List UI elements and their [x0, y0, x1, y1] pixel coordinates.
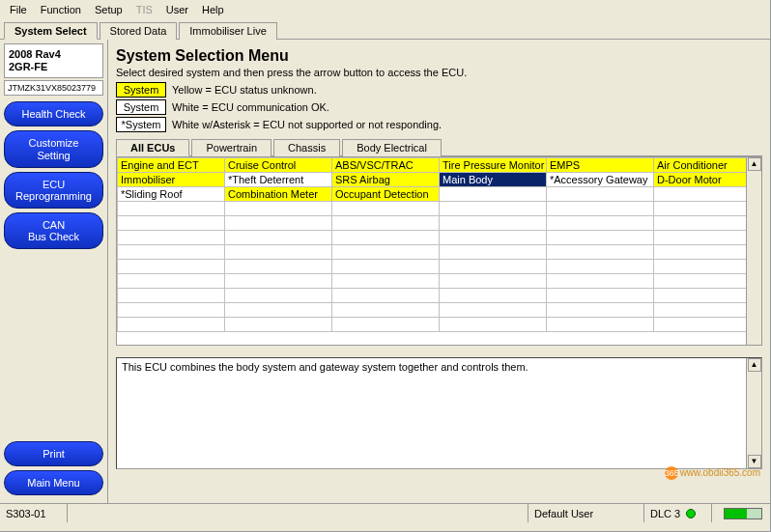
subtab-powertrain[interactable]: Powertrain: [191, 139, 271, 156]
ecu-cell-empty: [332, 260, 440, 274]
ecu-cell-empty: [118, 245, 225, 260]
ecu-cell[interactable]: Occupant Detection: [332, 187, 440, 202]
ecu-cell: [440, 187, 547, 202]
legend-text: Yellow = ECU status unknown.: [172, 84, 317, 96]
legend-row: SystemWhite = ECU communication OK.: [116, 99, 762, 115]
ecu-info-text: This ECU combines the body system and ga…: [122, 361, 528, 373]
ecu-cell-empty: [118, 303, 225, 318]
ecu-cell[interactable]: *Sliding Roof: [118, 187, 225, 202]
ecu-cell[interactable]: Cruise Control: [225, 158, 332, 173]
ecu-cell-empty: [332, 231, 440, 245]
ecu-cell-empty: [118, 216, 225, 231]
legend-text: White = ECU communication OK.: [172, 101, 329, 113]
subtab-all-ecus[interactable]: All ECUs: [116, 139, 189, 156]
ecu-grid-wrap: Engine and ECTCruise ControlABS/VSC/TRAC…: [116, 156, 762, 346]
ecu-cell-empty: [440, 274, 547, 289]
sidebar: 2008 Rav4 2GR-FE JTMZK31VX85023779 Healt…: [0, 40, 108, 503]
legend-swatch: System: [116, 99, 166, 115]
page-title: System Selection Menu: [116, 47, 762, 65]
ecu-cell-empty: [118, 260, 225, 274]
ecu-cell-empty: [118, 231, 225, 245]
menu-setup[interactable]: Setup: [89, 2, 128, 17]
ecu-cell-empty: [654, 303, 761, 318]
ecu-cell-empty: [547, 289, 654, 303]
subtab-chassis[interactable]: Chassis: [273, 139, 340, 156]
ecu-cell[interactable]: Main Body: [440, 173, 547, 187]
ecu-cell[interactable]: Tire Pressure Monitor: [440, 158, 547, 173]
menu-function[interactable]: Function: [35, 2, 87, 17]
ecu-cell-empty: [225, 202, 332, 216]
ecu-cell-empty: [118, 289, 225, 303]
ecu-cell-empty: [654, 245, 761, 260]
legend-text: White w/Asterisk = ECU not supported or …: [172, 119, 442, 130]
ecu-cell-empty: [118, 202, 225, 216]
ecu-cell-empty: [440, 202, 547, 216]
ecu-cell[interactable]: ABS/VSC/TRAC: [332, 158, 440, 173]
menubar: FileFunctionSetupTISUserHelp: [0, 0, 770, 19]
ecu-cell-empty: [225, 231, 332, 245]
menu-file[interactable]: File: [4, 2, 33, 17]
ecu-cell[interactable]: Combination Meter: [225, 187, 332, 202]
status-code: S303-01: [0, 504, 68, 522]
status-dlc: DLC 3: [644, 504, 712, 522]
info-scrollbar[interactable]: ▲ ▼: [746, 358, 761, 468]
ecu-cell-empty: [225, 303, 332, 318]
ecu-cell-empty: [547, 202, 654, 216]
ecu-cell[interactable]: Engine and ECT: [118, 158, 225, 173]
ecu-cell-empty: [440, 260, 547, 274]
ecu-cell-empty: [654, 289, 761, 303]
ecu-cell-empty: [118, 318, 225, 332]
legend-row: *SystemWhite w/Asterisk = ECU not suppor…: [116, 117, 762, 132]
menu-user[interactable]: User: [160, 2, 194, 17]
side-btn-health-check[interactable]: Health Check: [4, 101, 103, 126]
ecu-cell[interactable]: EMPS: [547, 158, 654, 173]
ecu-cell-empty: [225, 245, 332, 260]
ecu-cell-empty: [225, 274, 332, 289]
ecu-cell-empty: [225, 216, 332, 231]
legend-row: SystemYellow = ECU status unknown.: [116, 82, 762, 98]
grid-scrollbar[interactable]: ▲: [746, 157, 761, 345]
menu-tis: TIS: [130, 2, 158, 17]
tab-stored-data[interactable]: Stored Data: [100, 22, 178, 40]
ecu-cell[interactable]: Immobiliser: [118, 173, 225, 187]
legend-swatch: *System: [116, 117, 166, 132]
ecu-cell-empty: [547, 231, 654, 245]
ecu-cell[interactable]: *Accessory Gateway: [547, 173, 654, 187]
status-dlc-label: DLC 3: [650, 508, 680, 519]
tab-immobiliser-live[interactable]: Immobiliser Live: [179, 22, 276, 40]
tab-system-select[interactable]: System Select: [4, 22, 98, 40]
side-btn-print[interactable]: Print: [4, 441, 103, 466]
scroll-up-icon[interactable]: ▲: [748, 157, 761, 171]
ecu-cell-empty: [332, 245, 440, 260]
top-tabs: System SelectStored DataImmobiliser Live: [0, 19, 770, 40]
ecu-cell[interactable]: SRS Airbag: [332, 173, 440, 187]
connection-led-icon: [686, 509, 696, 518]
legend-swatch: System: [116, 82, 166, 98]
ecu-cell-empty: [225, 318, 332, 332]
vehicle-line1: 2008 Rav4: [9, 48, 99, 61]
ecu-cell[interactable]: Air Conditioner: [654, 158, 761, 173]
ecu-subtabs: All ECUsPowertrainChassisBody Electrical: [116, 138, 762, 156]
scroll-down-icon[interactable]: ▼: [748, 455, 761, 468]
side-btn-customize-setting[interactable]: CustomizeSetting: [4, 130, 103, 167]
ecu-grid: Engine and ECTCruise ControlABS/VSC/TRAC…: [117, 157, 761, 332]
ecu-cell-empty: [547, 216, 654, 231]
ecu-cell-empty: [440, 318, 547, 332]
side-btn-main-menu[interactable]: Main Menu: [4, 470, 103, 495]
menu-help[interactable]: Help: [196, 2, 230, 17]
scroll-up-icon[interactable]: ▲: [748, 358, 761, 372]
ecu-cell[interactable]: *Theft Deterrent: [225, 173, 332, 187]
ecu-cell[interactable]: D-Door Motor: [654, 173, 761, 187]
main-row: 2008 Rav4 2GR-FE JTMZK31VX85023779 Healt…: [0, 40, 770, 503]
statusbar: S303-01 Default User DLC 3: [0, 503, 770, 522]
ecu-cell-empty: [225, 260, 332, 274]
side-btn-ecu-reprogramming[interactable]: ECUReprogramming: [4, 172, 103, 209]
ecu-cell-empty: [547, 274, 654, 289]
ecu-cell-empty: [440, 303, 547, 318]
status-user: Default User: [528, 504, 644, 522]
ecu-cell-empty: [332, 303, 440, 318]
ecu-cell-empty: [547, 260, 654, 274]
subtab-body-electrical[interactable]: Body Electrical: [342, 139, 442, 156]
side-btn-can-bus-check[interactable]: CANBus Check: [4, 212, 103, 249]
ecu-cell-empty: [440, 216, 547, 231]
